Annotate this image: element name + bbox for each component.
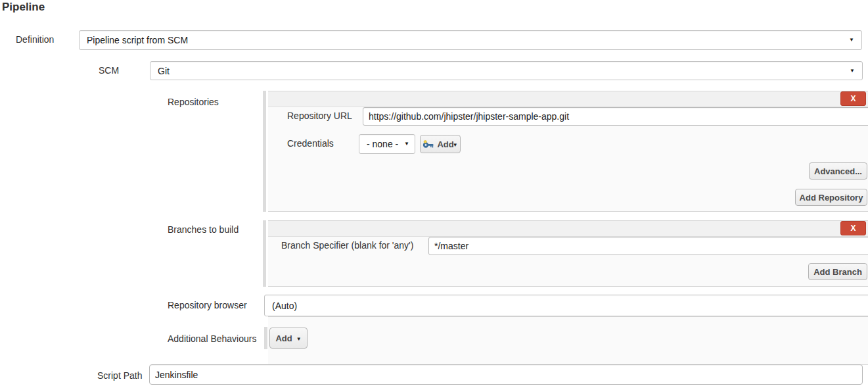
branches-drag-handle xyxy=(263,220,266,287)
branch-specifier-label: Branch Specifier (blank for 'any') xyxy=(281,240,413,251)
credentials-select[interactable]: - none - ▼ xyxy=(359,134,415,154)
branches-to-build-label: Branches to build xyxy=(168,224,239,235)
branch-chunk-header xyxy=(268,221,868,237)
repository-browser-select[interactable]: (Auto) ▼ xyxy=(264,295,868,316)
key-icon xyxy=(423,140,434,149)
chevron-down-icon: ▼ xyxy=(296,336,302,342)
chevron-down-icon: ▼ xyxy=(453,142,458,148)
repository-url-label: Repository URL xyxy=(287,110,352,121)
add-behaviour-label: Add xyxy=(275,333,292,343)
add-repository-button[interactable]: Add Repository xyxy=(795,189,867,206)
repository-browser-select-value: (Auto) xyxy=(272,301,297,311)
repositories-label: Repositories xyxy=(168,97,219,107)
chevron-down-icon: ▼ xyxy=(850,68,855,74)
chevron-down-icon: ▼ xyxy=(404,141,409,147)
page-title: Pipeline xyxy=(2,1,45,14)
add-behaviour-button[interactable]: Add ▼ xyxy=(269,328,308,349)
delete-branch-button[interactable]: X xyxy=(840,221,866,235)
pipeline-config-page: Pipeline Definition Pipeline script from… xyxy=(0,0,868,390)
advanced-button[interactable]: Advanced... xyxy=(809,162,867,180)
add-credentials-button[interactable]: Add ▼ xyxy=(420,135,461,153)
script-path-input[interactable] xyxy=(149,364,863,385)
additional-behaviours-section xyxy=(268,316,868,365)
branch-specifier-input[interactable] xyxy=(428,237,868,255)
credentials-select-value: - none - xyxy=(367,139,398,149)
scm-select-value: Git xyxy=(158,66,170,76)
repository-url-input[interactable] xyxy=(363,107,868,126)
scm-label: SCM xyxy=(99,65,119,76)
definition-select-value: Pipeline script from SCM xyxy=(87,35,188,45)
chevron-down-icon: ▼ xyxy=(849,37,854,43)
add-branch-button[interactable]: Add Branch xyxy=(808,263,867,280)
credentials-label: Credentials xyxy=(287,138,334,149)
add-credentials-label: Add xyxy=(437,139,453,149)
scm-select[interactable]: Git ▼ xyxy=(150,61,863,80)
repository-browser-label: Repository browser xyxy=(168,300,247,310)
definition-label: Definition xyxy=(16,34,54,45)
delete-repository-button[interactable]: X xyxy=(840,91,866,106)
definition-select[interactable]: Pipeline script from SCM ▼ xyxy=(79,30,862,50)
repositories-drag-handle xyxy=(263,91,266,212)
additional-behaviours-drag-handle xyxy=(264,327,267,349)
repository-chunk-header xyxy=(268,91,868,107)
additional-behaviours-label: Additional Behaviours xyxy=(168,333,256,344)
script-path-label: Script Path xyxy=(97,370,142,381)
